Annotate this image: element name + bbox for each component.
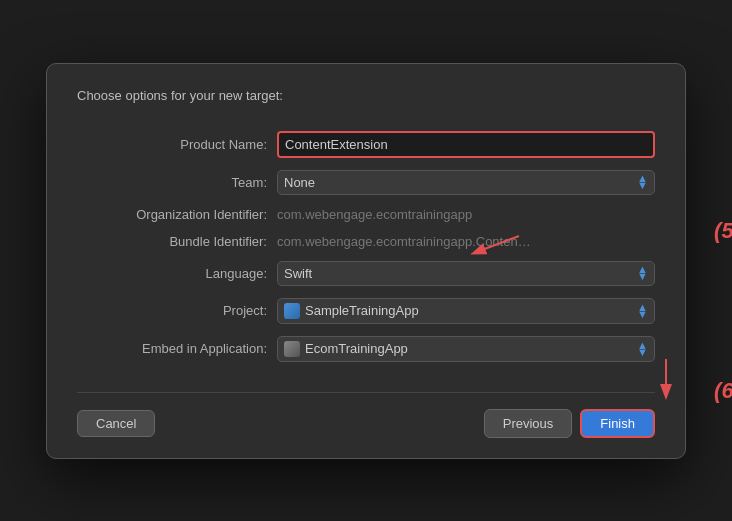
embed-select-inner: EcomTrainingApp [284, 341, 408, 357]
language-chevron-icon: ▲▼ [637, 266, 648, 280]
dialog-title: Choose options for your new target: [77, 88, 655, 103]
project-select[interactable]: SampleTrainingApp ▲▼ [277, 298, 655, 324]
embed-row: Embed in Application: EcomTrainingApp ▲▼ [77, 336, 655, 362]
language-label: Language: [77, 266, 277, 281]
org-id-label: Organization Identifier: [77, 207, 277, 222]
embed-value: EcomTrainingApp [305, 341, 408, 356]
project-control: SampleTrainingApp ▲▼ [277, 298, 655, 324]
bundle-id-row: Bundle Identifier: com.webengage.ecomtra… [77, 234, 655, 249]
embed-label: Embed in Application: [77, 341, 277, 356]
form-area: Product Name: Team: None ▲▼ Organization… [77, 131, 655, 362]
project-app-icon [284, 303, 300, 319]
previous-button[interactable]: Previous [484, 409, 573, 438]
language-value: Swift [284, 266, 633, 281]
annotation-5: (5) [714, 218, 732, 244]
product-name-label: Product Name: [77, 137, 277, 152]
bundle-id-label: Bundle Identifier: [77, 234, 277, 249]
language-select[interactable]: Swift ▲▼ [277, 261, 655, 286]
team-label: Team: [77, 175, 277, 190]
team-chevron-icon: ▲▼ [637, 175, 648, 189]
project-value: SampleTrainingApp [305, 303, 419, 318]
language-row: Language: Swift ▲▼ [77, 261, 655, 286]
project-label: Project: [77, 303, 277, 318]
language-control: Swift ▲▼ [277, 261, 655, 286]
team-value: None [284, 175, 633, 190]
arrow-6-icon [636, 354, 676, 404]
embed-select[interactable]: EcomTrainingApp ▲▼ [277, 336, 655, 362]
embed-app-icon [284, 341, 300, 357]
finish-button[interactable]: Finish [580, 409, 655, 438]
project-row: Project: SampleTrainingApp ▲▼ [77, 298, 655, 324]
team-control: None ▲▼ [277, 170, 655, 195]
cancel-button[interactable]: Cancel [77, 410, 155, 437]
product-name-row: Product Name: [77, 131, 655, 158]
org-id-row: Organization Identifier: com.webengage.e… [77, 207, 655, 222]
new-target-dialog: Choose options for your new target: Prod… [46, 63, 686, 459]
footer-right-buttons: Previous Finish [484, 409, 655, 438]
org-id-control: com.webengage.ecomtrainingapp [277, 207, 655, 222]
product-name-input[interactable] [277, 131, 655, 158]
team-row: Team: None ▲▼ [77, 170, 655, 195]
embed-control: EcomTrainingApp ▲▼ [277, 336, 655, 362]
arrow-5-icon [464, 231, 524, 261]
svg-line-0 [474, 236, 519, 253]
project-chevron-icon: ▲▼ [637, 304, 648, 318]
product-name-control [277, 131, 655, 158]
annotation-6: (6) [714, 378, 732, 404]
project-select-inner: SampleTrainingApp [284, 303, 419, 319]
team-select[interactable]: None ▲▼ [277, 170, 655, 195]
org-id-value: com.webengage.ecomtrainingapp [277, 203, 472, 226]
dialog-footer: Cancel Previous Finish [77, 392, 655, 438]
